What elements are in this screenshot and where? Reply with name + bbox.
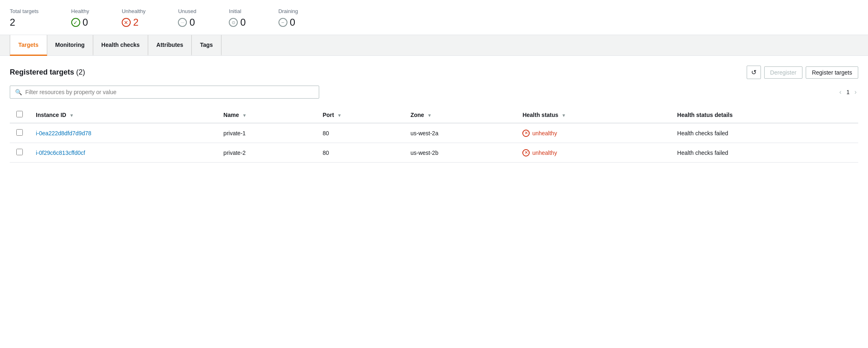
- instance-id-link-1[interactable]: i-0f29c6c813cffd0cf: [36, 150, 85, 156]
- unused-value: ··· 0: [178, 17, 196, 28]
- unused-stat: Unused ··· 0: [178, 8, 196, 28]
- initial-number: 0: [240, 17, 245, 28]
- header-name-label: Name: [224, 112, 239, 118]
- drain-icon: −: [278, 18, 287, 27]
- header-port: Port ▼: [316, 107, 404, 123]
- instance-id-sort-icon[interactable]: ▼: [70, 113, 74, 118]
- health-status-text: unhealthy: [532, 130, 557, 137]
- targets-table: Instance ID ▼ Name ▼ Port ▼ Zone ▼: [10, 107, 858, 163]
- healthy-stat: Healthy ✓ 0: [71, 8, 89, 28]
- drain-value: − 0: [278, 17, 298, 28]
- section-header: Registered targets (2) ↺ Deregister Regi…: [10, 66, 858, 79]
- tab-tags[interactable]: Tags: [192, 35, 221, 56]
- header-port-label: Port: [322, 112, 334, 118]
- pagination: ‹ 1 ›: [838, 87, 858, 97]
- row-port: 80: [316, 143, 404, 163]
- search-box: 🔍: [10, 86, 319, 99]
- unhealthy-status-icon: ✕: [522, 149, 530, 156]
- unused-label: Unused: [178, 8, 196, 14]
- initial-label: Initial: [229, 8, 245, 14]
- row-checkbox-0[interactable]: [16, 129, 23, 136]
- health-status-badge: ✕ unhealthy: [522, 149, 664, 156]
- instance-id-link-0[interactable]: i-0ea222d8dfd7d9d78: [36, 130, 91, 137]
- health-status-sort-icon[interactable]: ▼: [561, 113, 566, 118]
- section-title: Registered targets (2): [10, 68, 85, 77]
- header-instance-id: Instance ID ▼: [29, 107, 217, 123]
- row-port: 80: [316, 123, 404, 143]
- initial-value: ⊙ 0: [229, 17, 245, 28]
- unhealthy-icon: ✕: [122, 18, 131, 27]
- header-health-status-label: Health status: [522, 112, 558, 118]
- table-row: i-0ea222d8dfd7d9d78 private-1 80 us-west…: [10, 123, 858, 143]
- row-name: private-2: [217, 143, 316, 163]
- unused-icon: ···: [178, 18, 187, 27]
- refresh-icon: ↺: [751, 68, 756, 76]
- row-health-status-details: Health checks failed: [671, 143, 858, 163]
- row-checkbox-cell: [10, 143, 29, 163]
- health-status-text: unhealthy: [532, 150, 557, 156]
- select-all-checkbox[interactable]: [16, 111, 23, 117]
- drain-stat: Draining − 0: [278, 8, 298, 28]
- prev-page-button[interactable]: ‹: [838, 87, 843, 97]
- register-targets-button[interactable]: Register targets: [806, 66, 858, 79]
- initial-stat: Initial ⊙ 0: [229, 8, 245, 28]
- section-title-text: Registered targets: [10, 68, 74, 76]
- unhealthy-number: 2: [133, 17, 138, 28]
- drain-number: 0: [290, 17, 295, 28]
- next-page-button[interactable]: ›: [853, 87, 858, 97]
- port-sort-icon[interactable]: ▼: [337, 113, 342, 118]
- row-zone: us-west-2b: [404, 143, 516, 163]
- unhealthy-label: Unhealthy: [122, 8, 146, 14]
- deregister-button[interactable]: Deregister: [764, 66, 803, 79]
- tabs-container: Targets Monitoring Health checks Attribu…: [0, 35, 868, 56]
- search-icon: 🔍: [15, 89, 22, 95]
- unhealthy-value: ✕ 2: [122, 17, 146, 28]
- search-container: 🔍 ‹ 1 ›: [10, 86, 858, 99]
- healthy-value: ✓ 0: [71, 17, 89, 28]
- main-content: Registered targets (2) ↺ Deregister Regi…: [0, 56, 868, 172]
- table-header-row: Instance ID ▼ Name ▼ Port ▼ Zone ▼: [10, 107, 858, 123]
- healthy-label: Healthy: [71, 8, 89, 14]
- total-targets-stat: Total targets 2: [10, 8, 39, 28]
- tab-monitoring[interactable]: Monitoring: [47, 35, 93, 56]
- tab-targets[interactable]: Targets: [10, 35, 47, 56]
- section-count: (2): [76, 68, 85, 76]
- row-instance-id: i-0ea222d8dfd7d9d78: [29, 123, 217, 143]
- row-health-status: ✕ unhealthy: [516, 143, 671, 163]
- zone-sort-icon[interactable]: ▼: [427, 113, 432, 118]
- row-health-status: ✕ unhealthy: [516, 123, 671, 143]
- tab-health-checks[interactable]: Health checks: [93, 35, 148, 56]
- header-health-status: Health status ▼: [516, 107, 671, 123]
- header-actions: ↺ Deregister Register targets: [747, 66, 858, 79]
- name-sort-icon[interactable]: ▼: [242, 113, 247, 118]
- refresh-button[interactable]: ↺: [747, 66, 761, 79]
- drain-label: Draining: [278, 8, 298, 14]
- search-input[interactable]: [25, 89, 314, 95]
- header-health-status-details-label: Health status details: [677, 112, 732, 118]
- header-health-status-details: Health status details: [671, 107, 858, 123]
- unhealthy-status-icon: ✕: [522, 130, 530, 137]
- header-zone: Zone ▼: [404, 107, 516, 123]
- tab-attributes[interactable]: Attributes: [148, 35, 192, 56]
- row-zone: us-west-2a: [404, 123, 516, 143]
- row-health-status-details: Health checks failed: [671, 123, 858, 143]
- healthy-icon: ✓: [71, 18, 80, 27]
- header-instance-id-label: Instance ID: [36, 112, 66, 118]
- header-name: Name ▼: [217, 107, 316, 123]
- total-targets-value: 2: [10, 17, 39, 28]
- initial-icon: ⊙: [229, 18, 238, 27]
- row-instance-id: i-0f29c6c813cffd0cf: [29, 143, 217, 163]
- row-checkbox-1[interactable]: [16, 149, 23, 155]
- total-targets-label: Total targets: [10, 8, 39, 14]
- table-row: i-0f29c6c813cffd0cf private-2 80 us-west…: [10, 143, 858, 163]
- health-status-badge: ✕ unhealthy: [522, 130, 664, 137]
- row-checkbox-cell: [10, 123, 29, 143]
- header-zone-label: Zone: [410, 112, 424, 118]
- row-name: private-1: [217, 123, 316, 143]
- table-wrap: Instance ID ▼ Name ▼ Port ▼ Zone ▼: [10, 107, 858, 163]
- healthy-number: 0: [83, 17, 88, 28]
- page-number: 1: [846, 89, 850, 95]
- unhealthy-stat: Unhealthy ✕ 2: [122, 8, 146, 28]
- unused-number: 0: [189, 17, 195, 28]
- stats-bar: Total targets 2 Healthy ✓ 0 Unhealthy ✕ …: [0, 0, 868, 35]
